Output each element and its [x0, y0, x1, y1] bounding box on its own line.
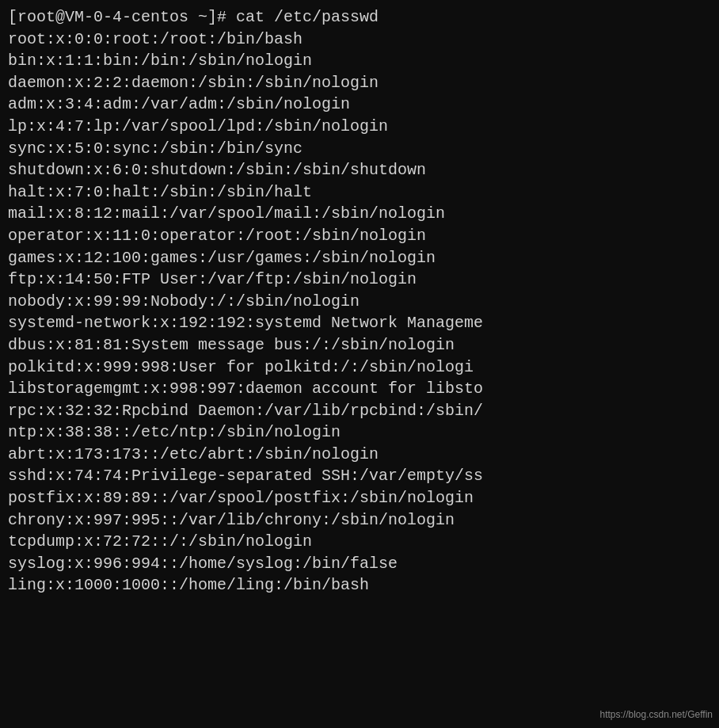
- terminal-line: daemon:x:2:2:daemon:/sbin:/sbin/nologin: [8, 72, 711, 94]
- terminal-line: rpc:x:32:32:Rpcbind Daemon:/var/lib/rpcb…: [8, 400, 711, 422]
- terminal-line: sshd:x:74:74:Privilege-separated SSH:/va…: [8, 465, 711, 487]
- terminal-line: nobody:x:99:99:Nobody:/:/sbin/nologin: [8, 291, 711, 313]
- terminal-line: root:x:0:0:root:/root:/bin/bash: [8, 29, 711, 51]
- terminal-line: systemd-network:x:192:192:systemd Networ…: [8, 312, 711, 334]
- terminal: [root@VM-0-4-centos ~]# cat /etc/passwd …: [0, 0, 719, 728]
- prompt-line: [root@VM-0-4-centos ~]# cat /etc/passwd: [8, 8, 379, 26]
- terminal-line: ftp:x:14:50:FTP User:/var/ftp:/sbin/nolo…: [8, 269, 711, 291]
- terminal-line: halt:x:7:0:halt:/sbin:/sbin/halt: [8, 181, 711, 204]
- terminal-line: mail:x:8:12:mail:/var/spool/mail:/sbin/n…: [8, 203, 711, 225]
- terminal-line: polkitd:x:999:998:User for polkitd:/:/sb…: [8, 356, 711, 379]
- watermark: https://blog.csdn.net/Geffin: [599, 708, 713, 722]
- terminal-line: dbus:x:81:81:System message bus:/:/sbin/…: [8, 334, 711, 356]
- terminal-line: shutdown:x:6:0:shutdown:/sbin:/sbin/shut…: [8, 159, 711, 181]
- terminal-line: bin:x:1:1:bin:/bin:/sbin/nologin: [8, 50, 711, 72]
- terminal-line: postfix:x:89:89::/var/spool/postfix:/sbi…: [8, 487, 711, 509]
- terminal-line: tcpdump:x:72:72::/:/sbin/nologin: [8, 531, 711, 553]
- terminal-line: lp:x:4:7:lp:/var/spool/lpd:/sbin/nologin: [8, 116, 711, 138]
- terminal-line: libstoragemgmt:x:998:997:daemon account …: [8, 378, 711, 400]
- terminal-line: chrony:x:997:995::/var/lib/chrony:/sbin/…: [8, 509, 711, 532]
- terminal-line: abrt:x:173:173::/etc/abrt:/sbin/nologin: [8, 444, 711, 466]
- terminal-line: operator:x:11:0:operator:/root:/sbin/nol…: [8, 225, 711, 247]
- lines-container: root:x:0:0:root:/root:/bin/bashbin:x:1:1…: [8, 29, 711, 597]
- terminal-line: syslog:x:996:994::/home/syslog:/bin/fals…: [8, 553, 711, 575]
- terminal-line: ntp:x:38:38::/etc/ntp:/sbin/nologin: [8, 421, 711, 444]
- terminal-line: ling:x:1000:1000::/home/ling:/bin/bash: [8, 574, 711, 597]
- terminal-line: games:x:12:100:games:/usr/games:/sbin/no…: [8, 247, 711, 269]
- terminal-line: sync:x:5:0:sync:/sbin:/bin/sync: [8, 138, 711, 160]
- terminal-line: adm:x:3:4:adm:/var/adm:/sbin/nologin: [8, 93, 711, 116]
